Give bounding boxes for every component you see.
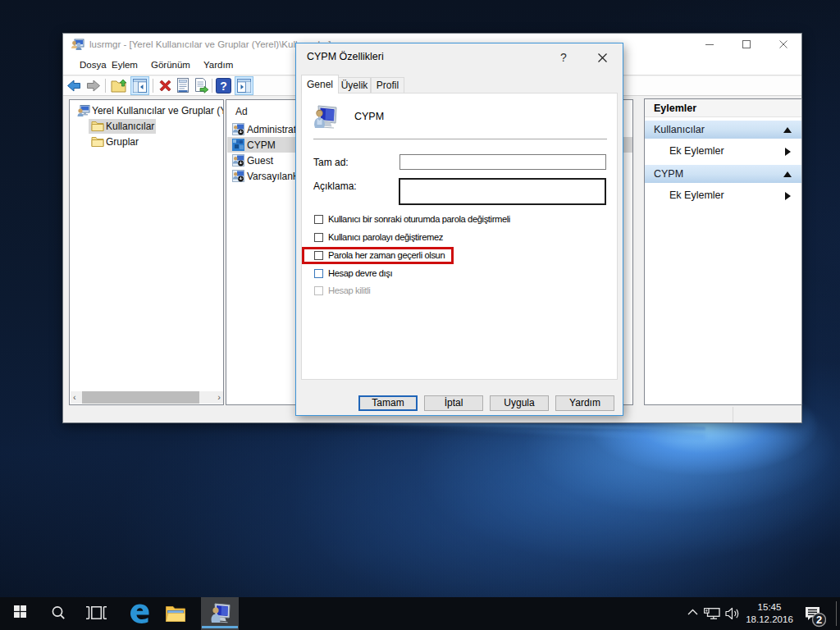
svg-text:2: 2 — [816, 614, 822, 626]
svg-text:?: ? — [220, 80, 227, 93]
